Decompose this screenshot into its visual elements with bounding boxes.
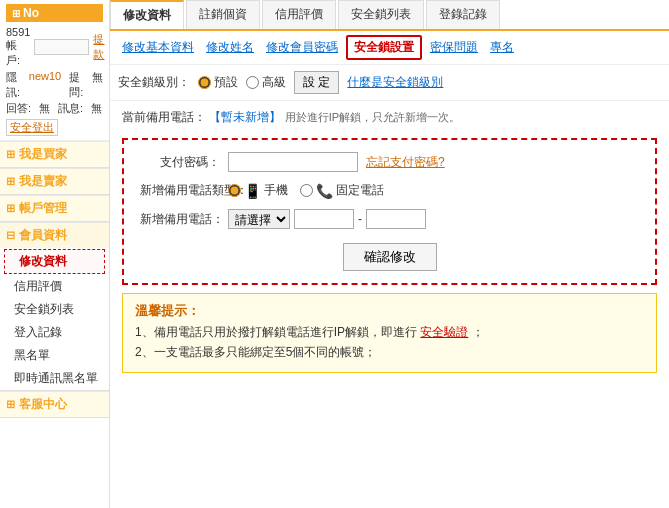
info-row-1: 隱訊: new10 提問: 無 [6, 70, 103, 100]
safe-logout-button[interactable]: 安全登出 [6, 119, 58, 136]
tab-anquan-list[interactable]: 安全鎖列表 [338, 0, 424, 29]
sidebar-section-buy: ⊞ 我是買家 [0, 141, 109, 168]
radio-default-text: 預設 [214, 74, 238, 91]
current-phone-value: 【暫未新增】 [209, 110, 281, 124]
sidebar-item-dengru[interactable]: 登入記錄 [0, 321, 109, 344]
sidebar-section-member-title[interactable]: ⊟ 會員資料 [0, 222, 109, 248]
tiju-button[interactable]: 提款 [93, 32, 104, 62]
confirm-button[interactable]: 確認修改 [343, 243, 437, 271]
warning-item-1: 1、備用電話只用於撥打解鎖電話進行IP解鎖，即進行 安全驗證 ； [135, 324, 644, 341]
account-input[interactable] [34, 39, 89, 55]
phone-type-row: 新增備用電話類型： 📱 手機 📞 固定電話 [140, 182, 639, 199]
sidebar-section-account-label: 帳戶管理 [19, 200, 67, 217]
forgot-password-link[interactable]: 忘記支付密碼? [366, 154, 445, 171]
sidebar-section-sell-title[interactable]: ⊞ 我是賣家 [0, 168, 109, 194]
plus-icon: ⊞ [12, 8, 20, 19]
sidebar-top-info: ⊞ No 8591帳戶: 提款 隱訊: new10 提問: 無 回答: 無 訊息… [0, 0, 109, 141]
subnav-basic[interactable]: 修改基本資料 [118, 37, 198, 58]
tab-bar: 修改資料 註銷個資 信用評價 安全鎖列表 登錄記錄 [110, 0, 669, 31]
radio-default[interactable] [198, 76, 211, 89]
account-row: 8591帳戶: 提款 [6, 26, 103, 68]
tab-zhuxiao[interactable]: 註銷個資 [186, 0, 260, 29]
subnav-security[interactable]: 安全鎖設置 [346, 35, 422, 60]
radio-default-label[interactable]: 預設 [198, 74, 238, 91]
subnav-password[interactable]: 修改會員密碼 [262, 37, 342, 58]
security-level-row: 安全鎖級別： 預設 高級 設 定 什麼是安全鎖級別 [110, 65, 669, 101]
warning-title: 溫馨提示： [135, 302, 644, 320]
message-label: 訊息: [58, 101, 83, 116]
phone-type-options: 📱 手機 📞 固定電話 [228, 182, 384, 199]
radio-high-label[interactable]: 高級 [246, 74, 286, 91]
plus-icon-buy: ⊞ [6, 148, 15, 161]
account-label: 8591帳戶: [6, 26, 30, 68]
subnav-name[interactable]: 修改姓名 [202, 37, 258, 58]
subnav-zhanming[interactable]: 專名 [486, 37, 518, 58]
mobile-option[interactable]: 📱 手機 [228, 182, 288, 199]
sidebar-sub-items: 修改資料 信用評價 安全鎖列表 登入記錄 黑名單 即時通訊黑名單 [0, 249, 109, 390]
sidebar: ⊞ No 8591帳戶: 提款 隱訊: new10 提問: 無 回答: 無 訊息… [0, 0, 110, 508]
tab-dengji[interactable]: 登錄記錄 [426, 0, 500, 29]
plus-icon-service: ⊞ [6, 398, 15, 411]
radio-landline[interactable] [300, 184, 313, 197]
sidebar-section-account-title[interactable]: ⊞ 帳戶管理 [0, 195, 109, 221]
phone-inputs: 請選擇 中國 台灣 香港 - [228, 209, 426, 229]
message-value: 無 [91, 101, 102, 116]
sidebar-no-header: ⊞ No [6, 4, 103, 22]
what-link[interactable]: 什麼是安全鎖級別 [347, 74, 443, 91]
sidebar-section-service-label: 客服中心 [19, 396, 67, 413]
main-content: 修改資料 註銷個資 信用評價 安全鎖列表 登錄記錄 修改基本資料 修改姓名 修改… [110, 0, 669, 508]
sidebar-section-account: ⊞ 帳戶管理 [0, 195, 109, 222]
sidebar-section-buy-label: 我是買家 [19, 146, 67, 163]
current-phone-note: 用於進行IP解鎖，只允許新增一次。 [285, 111, 460, 123]
landline-icon: 📞 [316, 183, 333, 199]
sidebar-section-service-title[interactable]: ⊞ 客服中心 [0, 391, 109, 417]
warning-item-1-text: 1、備用電話只用於撥打解鎖電話進行IP解鎖，即進行 [135, 325, 417, 339]
info-row-2: 回答: 無 訊息: 無 [6, 101, 103, 116]
phone-number-input-2[interactable] [366, 209, 426, 229]
sidebar-section-service: ⊞ 客服中心 [0, 391, 109, 418]
radio-mobile[interactable] [228, 184, 241, 197]
sidebar-item-anquan[interactable]: 安全鎖列表 [0, 298, 109, 321]
phone-dash: - [358, 212, 362, 226]
phone-region-select[interactable]: 請選擇 中國 台灣 香港 [228, 209, 290, 229]
mobile-icon: 📱 [244, 183, 261, 199]
pay-password-label: 支付密碼： [140, 154, 220, 171]
tab-xiugai[interactable]: 修改資料 [110, 0, 184, 29]
phone-input-label: 新增備用電話： [140, 211, 220, 228]
sidebar-item-xinyong[interactable]: 信用評價 [0, 275, 109, 298]
sidebar-item-heimingdan[interactable]: 黑名單 [0, 344, 109, 367]
radio-high[interactable] [246, 76, 259, 89]
sidebar-section-buy-title[interactable]: ⊞ 我是買家 [0, 141, 109, 167]
phone-number-input-1[interactable] [294, 209, 354, 229]
sidebar-section-sell-label: 我是賣家 [19, 173, 67, 190]
sidebar-section-sell: ⊞ 我是賣家 [0, 168, 109, 195]
dashed-form: 支付密碼： 忘記支付密碼? 新增備用電話類型： 📱 手機 📞 固定電話 [122, 138, 657, 285]
security-level-label: 安全鎖級別： [118, 74, 190, 91]
sidebar-item-jishi[interactable]: 即時通訊黑名單 [0, 367, 109, 390]
question-value: 無 [92, 70, 103, 100]
plus-icon-account: ⊞ [6, 202, 15, 215]
pay-password-row: 支付密碼： 忘記支付密碼? [140, 152, 639, 172]
landline-label: 固定電話 [336, 182, 384, 199]
landline-option[interactable]: 📞 固定電話 [300, 182, 384, 199]
confirm-row: 確認修改 [140, 239, 639, 271]
subnav-mima[interactable]: 密保問題 [426, 37, 482, 58]
notice-label: 隱訊: [6, 70, 21, 100]
question-label: 提問: [69, 70, 84, 100]
warning-item-2-text: 2、一支電話最多只能綁定至5個不同的帳號； [135, 345, 376, 359]
sidebar-section-member-label: 會員資料 [19, 227, 67, 244]
warning-item-1-link[interactable]: 安全驗證 [420, 325, 468, 339]
pay-password-input[interactable] [228, 152, 358, 172]
no-label: No [23, 6, 39, 20]
plus-icon-sell: ⊞ [6, 175, 15, 188]
warning-box: 溫馨提示： 1、備用電話只用於撥打解鎖電話進行IP解鎖，即進行 安全驗證 ； 2… [122, 293, 657, 373]
warning-item-1-text2: ； [472, 325, 484, 339]
set-button[interactable]: 設 定 [294, 71, 339, 94]
sub-nav: 修改基本資料 修改姓名 修改會員密碼 安全鎖設置 密保問題 專名 [110, 31, 669, 65]
current-phone-label: 當前備用電話： [122, 110, 206, 124]
mobile-label: 手機 [264, 182, 288, 199]
radio-high-text: 高級 [262, 74, 286, 91]
tab-xinyong[interactable]: 信用評價 [262, 0, 336, 29]
sidebar-item-xiugai[interactable]: 修改資料 [4, 249, 105, 274]
phone-input-row: 新增備用電話： 請選擇 中國 台灣 香港 - [140, 209, 639, 229]
